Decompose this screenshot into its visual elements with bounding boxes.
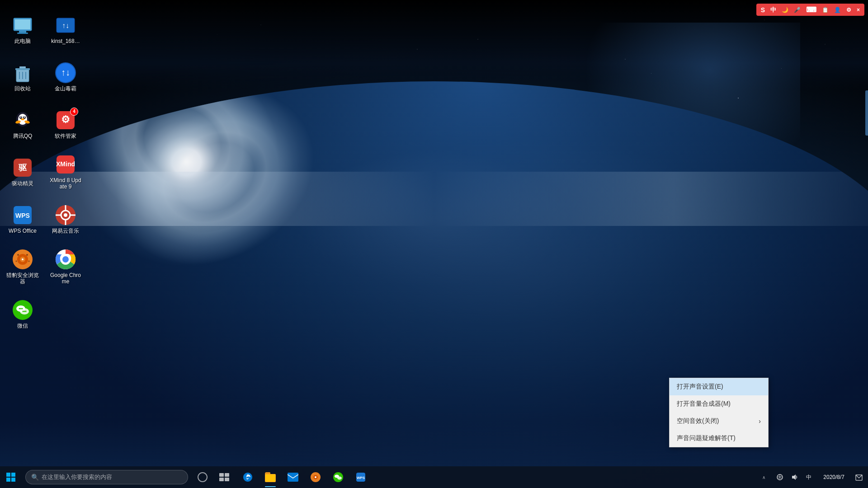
context-menu-item-troubleshoot[interactable]: 声音问题疑难解答(T) — [670, 430, 768, 447]
svg-point-45 — [16, 260, 17, 262]
taskbar-wechat[interactable] — [327, 466, 349, 488]
tray-datetime[interactable]: 2020/8/7 — [818, 466, 850, 488]
taskbar-wps[interactable]: WPS — [350, 466, 372, 488]
search-placeholder: 在这里输入你要搜索的内容 — [42, 473, 112, 481]
sogou-chinese-mode[interactable]: 中 — [769, 5, 778, 15]
desktop-icon-recycle[interactable]: 回收站 — [5, 56, 41, 97]
wps-icon: WPS — [12, 204, 33, 226]
svg-rect-3 — [17, 33, 28, 34]
svg-text:WPS: WPS — [15, 212, 30, 219]
sogou-moon[interactable]: 🌙 — [780, 6, 790, 14]
context-menu-item-spatial-sound[interactable]: 空间音效(关闭) › — [670, 413, 768, 430]
cheetah-icon — [12, 249, 33, 270]
qq-label: 腾讯QQ — [13, 133, 33, 139]
svg-point-77 — [337, 477, 342, 480]
sogou-clipboard[interactable]: 📋 — [820, 6, 830, 14]
sogou-user[interactable]: 👤 — [832, 6, 843, 14]
wps-label: WPS Office — [9, 228, 37, 234]
desktop-icon-cheetah[interactable]: 猎豹安全浏览器 — [5, 246, 41, 287]
tray-icons-area[interactable]: 中 — [771, 466, 818, 488]
xmind-icon: XMind — [55, 154, 76, 175]
sogou-keyboard[interactable]: ⌨ — [804, 5, 818, 15]
sogou-close[interactable]: × — [855, 6, 862, 14]
taskbar-mail[interactable] — [282, 466, 304, 488]
software-label: 软件管家 — [55, 133, 76, 139]
sogou-logo: S — [759, 5, 767, 14]
tray-network[interactable] — [773, 466, 787, 488]
kinst-icon: ↑↓ — [55, 14, 76, 36]
context-menu-item-volume-mixer[interactable]: 打开音量合成器(M) — [670, 395, 768, 413]
svg-rect-65 — [225, 473, 229, 477]
desktop-icon-netease[interactable]: 网易云音乐 — [47, 199, 84, 239]
chrome-label: Google Chrome — [49, 272, 82, 285]
sound-settings-label: 打开声音设置(E) — [677, 383, 723, 391]
tray-notification[interactable] — [850, 466, 868, 488]
svg-rect-7 — [15, 68, 30, 70]
wechat-label: 微信 — [17, 323, 28, 329]
svg-rect-70 — [265, 474, 275, 482]
svg-rect-2 — [19, 31, 26, 33]
sogou-input-bar: S 中 🌙 🎤 ⌨ 📋 👤 ⚙ × — [756, 4, 864, 16]
desktop-icon-chrome[interactable]: Google Chrome — [47, 246, 84, 287]
desktop-icon-qudong[interactable]: 驱 驱动精灵 — [5, 151, 41, 192]
taskbar-file-explorer[interactable] — [259, 466, 281, 488]
desktop-icon-wechat[interactable]: 微信 — [5, 294, 41, 334]
svg-rect-60 — [11, 473, 15, 477]
desktop-icon-jinshan[interactable]: ↑↓ 金山毒霸 — [47, 56, 84, 97]
svg-rect-66 — [219, 478, 224, 481]
spatial-sound-arrow: › — [759, 418, 761, 425]
taskbar-search[interactable]: 🔍 在这里输入你要搜索的内容 — [25, 470, 188, 484]
svg-point-34 — [64, 213, 67, 217]
jinshan-label: 金山毒霸 — [55, 85, 76, 92]
svg-text:驱: 驱 — [18, 163, 27, 172]
svg-point-21 — [21, 118, 24, 120]
kinst-label: kinst_168… — [51, 38, 80, 44]
svg-point-56 — [23, 310, 24, 312]
software-badge: 4 — [70, 108, 78, 116]
desktop: S 中 🌙 🎤 ⌨ 📋 👤 ⚙ × 此电脑 — [0, 0, 868, 488]
context-menu-item-sound-settings[interactable]: 打开声音设置(E) — [670, 378, 768, 395]
svg-text:WPS: WPS — [357, 476, 365, 480]
taskbar: 🔍 在这里输入你要搜索的内容 — [0, 466, 868, 488]
desktop-icon-my-computer[interactable]: 此电脑 — [5, 9, 41, 50]
software-icon: ⚙ 4 — [55, 109, 76, 131]
system-tray: ∧ — [756, 466, 868, 488]
recycle-label: 回收站 — [14, 85, 31, 92]
svg-point-46 — [28, 260, 30, 262]
svg-point-74 — [315, 476, 316, 478]
svg-text:↑↓: ↑↓ — [62, 22, 69, 29]
sogou-settings[interactable]: ⚙ — [844, 6, 853, 14]
taskbar-cheetah[interactable] — [305, 466, 326, 488]
sogou-mic[interactable]: 🎤 — [792, 6, 802, 14]
desktop-icon-wps[interactable]: WPS WPS Office — [5, 199, 41, 239]
cortana-button[interactable] — [192, 466, 213, 488]
svg-text:↑↓: ↑↓ — [61, 67, 70, 77]
cheetah-label: 猎豹安全浏览器 — [6, 272, 39, 285]
svg-point-19 — [20, 116, 22, 117]
troubleshoot-label: 声音问题疑难解答(T) — [677, 434, 736, 442]
sidebar-edge — [865, 90, 868, 136]
task-view-button[interactable] — [213, 466, 235, 488]
my-computer-label: 此电脑 — [14, 38, 31, 44]
start-button[interactable] — [0, 466, 22, 488]
desktop-icon-xmind[interactable]: XMind XMind 8 Update 9 — [47, 151, 84, 192]
svg-rect-71 — [288, 473, 298, 482]
taskbar-edge[interactable] — [237, 466, 259, 488]
tray-date: 2020/8/7 — [823, 474, 844, 481]
sound-context-menu: 打开声音设置(E) 打开音量合成器(M) 空间音效(关闭) › 声音问题疑难解答… — [669, 378, 769, 447]
svg-text:XMind: XMind — [56, 160, 75, 168]
svg-text:⚙: ⚙ — [61, 114, 70, 125]
search-icon: 🔍 — [31, 474, 39, 481]
svg-point-57 — [24, 310, 25, 312]
svg-marker-82 — [792, 474, 796, 480]
spatial-sound-label: 空间音效(关闭) — [677, 417, 719, 425]
desktop-icon-kinst[interactable]: ↑↓ kinst_168… — [47, 9, 84, 50]
netease-label: 网易云音乐 — [52, 228, 79, 234]
desktop-icon-qq[interactable]: 腾讯QQ — [5, 104, 41, 145]
tray-input-method[interactable]: 中 — [802, 466, 816, 488]
tray-volume[interactable] — [787, 466, 802, 488]
tray-show-hidden[interactable]: ∧ — [756, 466, 771, 488]
desktop-icon-software[interactable]: ⚙ 4 软件管家 — [47, 104, 84, 145]
my-computer-icon — [12, 14, 33, 36]
svg-point-53 — [19, 308, 20, 309]
